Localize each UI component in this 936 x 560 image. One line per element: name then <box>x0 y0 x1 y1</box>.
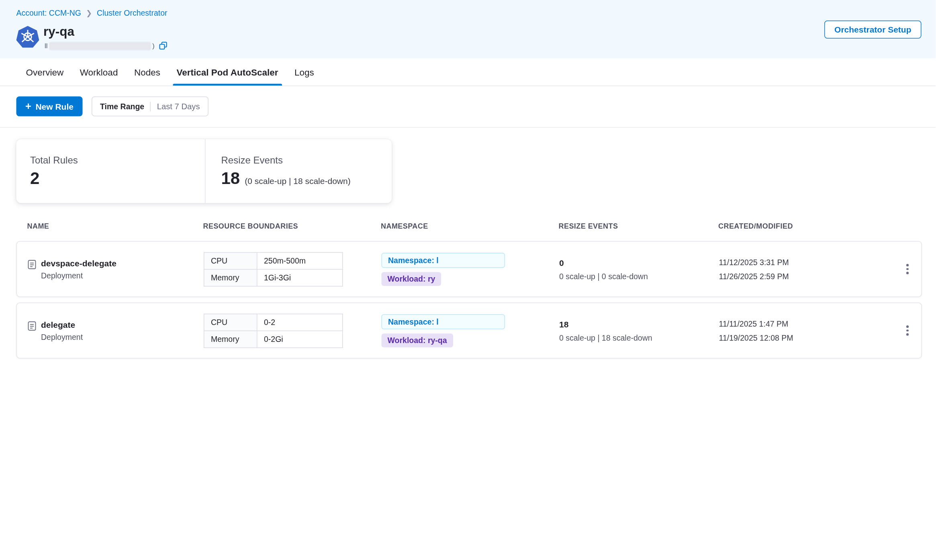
resource-boundaries: CPU 0-2 Memory 0-2Gi <box>204 313 343 348</box>
workload-badge: Workload: ry-qa <box>382 333 453 347</box>
resize-count: 18 <box>559 319 652 329</box>
cluster-id-suffix: ) <box>152 42 155 49</box>
tab-vertical-pod-autoscaler[interactable]: Vertical Pod AutoScaler <box>176 59 278 86</box>
modified-timestamp: 11/19/2025 12:08 PM <box>719 333 793 342</box>
cluster-id-row: ll ) <box>45 42 167 50</box>
new-rule-label: New Rule <box>35 102 74 111</box>
cpu-value: 0-2 <box>257 314 343 331</box>
tab-nodes[interactable]: Nodes <box>134 59 160 86</box>
page: Account: CCM-NG ❯ Cluster Orchestrator r… <box>0 0 936 560</box>
resource-boundaries: CPU 250m-500m Memory 1Gi-3Gi <box>204 252 343 286</box>
total-rules-value: 2 <box>30 169 39 188</box>
created-timestamp: 11/11/2025 1:47 PM <box>719 319 793 328</box>
namespace-badge[interactable]: Namespace: l <box>382 314 505 329</box>
orchestrator-setup-button[interactable]: Orchestrator Setup <box>824 20 922 39</box>
modified-timestamp: 11/26/2025 2:59 PM <box>719 272 789 281</box>
rule-type: Deployment <box>41 332 83 341</box>
cpu-label: CPU <box>204 252 257 269</box>
total-rules-label: Total Rules <box>30 155 205 166</box>
copy-icon[interactable] <box>159 42 167 50</box>
cpu-value: 250m-500m <box>257 252 343 269</box>
namespace-badge[interactable]: Namespace: l <box>382 253 505 268</box>
tab-bar: Overview Workload Nodes Vertical Pod Aut… <box>0 59 936 86</box>
breadcrumb-section-link[interactable]: Cluster Orchestrator <box>97 8 168 18</box>
memory-value: 1Gi-3Gi <box>257 269 343 286</box>
resize-count: 0 <box>559 258 648 267</box>
column-header-namespace: NAMESPACE <box>381 222 428 230</box>
memory-label: Memory <box>204 331 257 347</box>
rule-name[interactable]: delegate <box>41 320 83 329</box>
table-header: NAME RESOURCE BOUNDARIES NAMESPACE RESIZ… <box>16 222 922 235</box>
plus-icon: + <box>25 101 31 112</box>
table-row: devspace-delegate Deployment CPU 250m-50… <box>16 241 922 297</box>
resize-events-detail: (0 scale-up | 18 scale-down) <box>245 176 350 186</box>
time-range-label: Time Range <box>100 102 144 111</box>
breadcrumb: Account: CCM-NG ❯ Cluster Orchestrator <box>16 8 168 18</box>
document-icon <box>28 321 36 341</box>
tab-logs[interactable]: Logs <box>294 59 314 86</box>
divider <box>0 127 936 128</box>
resize-detail: 0 scale-up | 0 scale-down <box>559 272 648 281</box>
time-range-button[interactable]: Time Range Last 7 Days <box>92 96 208 116</box>
column-header-created-modified: CREATED/MODIFIED <box>718 222 793 230</box>
column-header-resource-boundaries: RESOURCE BOUNDARIES <box>203 222 298 230</box>
resize-detail: 0 scale-up | 18 scale-down <box>559 333 652 342</box>
tab-overview[interactable]: Overview <box>26 59 64 86</box>
created-timestamp: 11/12/2025 3:31 PM <box>719 258 789 267</box>
kebab-menu-icon[interactable] <box>901 321 914 339</box>
resize-events-value: 18 <box>221 169 240 188</box>
cpu-label: CPU <box>204 314 257 331</box>
page-header: Account: CCM-NG ❯ Cluster Orchestrator r… <box>0 0 936 59</box>
new-rule-button[interactable]: + New Rule <box>16 96 83 116</box>
page-title: ry-qa <box>43 24 74 39</box>
summary-card: Total Rules 2 Resize Events 18 (0 scale-… <box>16 139 392 203</box>
rule-type: Deployment <box>41 271 116 280</box>
memory-value: 0-2Gi <box>257 331 343 347</box>
rule-name[interactable]: devspace-delegate <box>41 258 116 268</box>
cluster-id-prefix: ll <box>45 42 47 49</box>
resize-events-label: Resize Events <box>221 155 392 166</box>
time-range-value: Last 7 Days <box>157 102 200 111</box>
resize-events-stat: Resize Events 18 (0 scale-up | 18 scale-… <box>205 139 392 203</box>
total-rules-stat: Total Rules 2 <box>16 139 205 203</box>
kebab-menu-icon[interactable] <box>901 260 914 278</box>
column-header-name: NAME <box>27 222 49 230</box>
workload-badge: Workload: ry <box>382 272 441 286</box>
kubernetes-helm-icon <box>16 25 39 48</box>
memory-label: Memory <box>204 269 257 286</box>
table-row: delegate Deployment CPU 0-2 Memory 0-2Gi… <box>16 302 922 359</box>
divider <box>150 102 151 111</box>
chevron-right-icon: ❯ <box>86 9 92 17</box>
cluster-id-redacted <box>49 42 151 50</box>
tab-workload[interactable]: Workload <box>80 59 118 86</box>
breadcrumb-account-link[interactable]: Account: CCM-NG <box>16 8 81 18</box>
column-header-resize-events: RESIZE EVENTS <box>559 222 618 230</box>
document-icon <box>28 260 36 280</box>
